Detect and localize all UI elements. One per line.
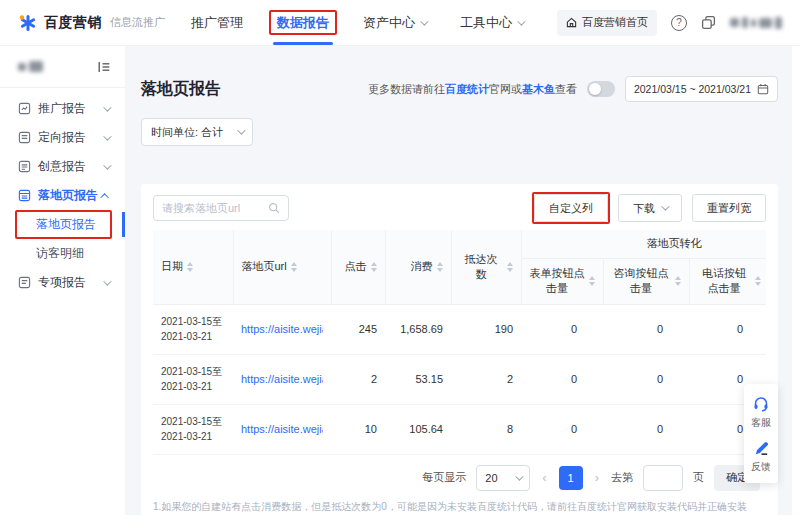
home-icon	[566, 17, 577, 28]
sort-icon[interactable]	[507, 262, 513, 272]
sidebar-subitem-landing-page-report[interactable]: 落地页报告	[0, 210, 125, 239]
copy-icon[interactable]	[701, 15, 716, 30]
page-title: 落地页报告	[141, 79, 221, 100]
goto-page-label: 去第	[611, 470, 633, 485]
table-row: 2021-03-15至2021-03-21 https://aisite.wej…	[153, 304, 766, 354]
chevron-down-icon	[517, 17, 525, 25]
table-row: 2021-03-15至2021-03-21 https://aisite.wej…	[153, 354, 766, 404]
column-header-url[interactable]: 落地页url	[233, 230, 331, 304]
custom-columns-button[interactable]: 自定义列	[534, 194, 608, 222]
top-nav: 推广管理 数据报告 资产中心 工具中心	[191, 0, 523, 45]
column-header-phone-clicks[interactable]: 电话按钮点击量	[689, 258, 766, 304]
column-header-form-clicks[interactable]: 表单按钮点击量	[521, 258, 603, 304]
floating-helper-widget: 客服 反馈	[744, 384, 778, 483]
chevron-up-icon	[100, 193, 108, 201]
sort-icon[interactable]	[437, 262, 443, 272]
nav-label: 数据报告	[277, 14, 329, 32]
download-button[interactable]: 下载	[618, 194, 682, 222]
sidebar-item-label: 专项报告	[38, 274, 86, 291]
per-page-label: 每页显示	[422, 470, 466, 485]
search-input[interactable]	[162, 202, 262, 214]
brand-name: 百度营销	[44, 14, 102, 32]
sidebar-item-promotion-report[interactable]: 推广报告	[0, 94, 125, 123]
note-text: 更多数据请前往	[368, 83, 445, 95]
baidu-marketing-app: 百度营销 信息流推广 推广管理 数据报告 资产中心 工具中心	[0, 0, 800, 528]
chevron-down-icon	[103, 161, 111, 169]
sidebar-item-creative-report[interactable]: 创意报告	[0, 152, 125, 181]
cell-url: https://aisite.wejianzhan.c...	[233, 304, 331, 354]
feedback-pen-icon	[753, 440, 770, 457]
sidebar-subitem-visitor-details[interactable]: 访客明细	[0, 239, 125, 268]
next-page-button[interactable]: ›	[593, 470, 601, 485]
cell-arrivals: 190	[451, 304, 521, 354]
data-table-container: 日期 落地页url 点击 消费	[153, 230, 766, 455]
cell-cost: 53.15	[385, 354, 451, 404]
marketing-home-button[interactable]: 百度营销首页	[557, 10, 657, 36]
data-source-toggle[interactable]	[587, 81, 615, 97]
baidu-statistics-link[interactable]: 百度统计	[445, 83, 489, 95]
chevron-down-icon	[103, 132, 111, 140]
cell-date: 2021-03-15至2021-03-21	[153, 354, 233, 404]
sidebar-item-label: 落地页报告	[38, 187, 98, 204]
per-page-select[interactable]: 20	[476, 465, 530, 491]
per-page-value: 20	[485, 472, 497, 484]
current-page-button[interactable]: 1	[559, 466, 583, 490]
landing-page-url-link[interactable]: https://aisite.wejianzhan.c...	[241, 323, 323, 335]
sort-icon[interactable]	[755, 276, 761, 286]
nav-tool-center[interactable]: 工具中心	[460, 0, 523, 45]
nav-asset-center[interactable]: 资产中心	[363, 0, 426, 45]
sort-icon[interactable]	[291, 262, 297, 272]
column-header-consult-clicks[interactable]: 咨询按钮点击量	[603, 258, 689, 304]
reset-column-width-button[interactable]: 重置列宽	[692, 194, 766, 222]
date-range-picker[interactable]: 2021/03/15 ~ 2021/03/21	[625, 76, 778, 102]
user-account-masked[interactable]	[730, 17, 782, 29]
sidebar-item-targeting-report[interactable]: 定向报告	[0, 123, 125, 152]
search-icon[interactable]	[268, 202, 280, 214]
sidebar-item-landing-page-report[interactable]: 落地页报告	[0, 181, 125, 210]
sort-icon[interactable]	[187, 262, 193, 272]
sidebar-menu: 推广报告 定向报告 创意报告 落地页报告	[0, 94, 125, 297]
sidebar-item-label: 定向报告	[38, 129, 86, 146]
sidebar: 推广报告 定向报告 创意报告 落地页报告	[0, 46, 125, 528]
help-icon[interactable]: ?	[671, 15, 687, 31]
nav-label: 推广管理	[191, 14, 243, 32]
column-header-date[interactable]: 日期	[153, 230, 233, 304]
column-header-arrivals[interactable]: 抵达次数	[451, 230, 521, 304]
goto-page-input[interactable]	[643, 465, 683, 491]
main-panel: 落地页报告 更多数据请前往百度统计官网或基木鱼查看 2021/03/15 ~ 2…	[125, 46, 792, 515]
sort-icon[interactable]	[371, 262, 377, 272]
search-input-wrap	[153, 195, 289, 221]
chevron-down-icon	[103, 103, 111, 111]
sidebar-account-row	[0, 46, 125, 88]
nav-promotion-management[interactable]: 推广管理	[191, 0, 243, 45]
column-group-conversion: 落地页转化	[521, 230, 766, 258]
customer-service-item[interactable]: 客服	[751, 392, 771, 433]
collapse-sidebar-icon[interactable]	[97, 60, 111, 74]
sidebar-item-special-report[interactable]: 专项报告	[0, 268, 125, 297]
cell-cost: 1,658.69	[385, 304, 451, 354]
account-name-masked	[18, 61, 43, 72]
report-icon	[18, 102, 31, 115]
brand-logo: 百度营销 信息流推广	[18, 13, 165, 33]
column-header-cost[interactable]: 消费	[385, 230, 451, 304]
prev-page-button[interactable]: ‹	[540, 470, 548, 485]
landing-page-url-link[interactable]: https://aisite.wejianzhan.c...	[241, 423, 323, 435]
chevron-down-icon	[103, 277, 111, 285]
toggle-knob	[589, 83, 601, 95]
cell-url: https://aisite.wejianzhan.c...	[233, 354, 331, 404]
column-header-clicks[interactable]: 点击	[331, 230, 385, 304]
landing-page-url-link[interactable]: https://aisite.wejianzhan.c...	[241, 373, 323, 385]
feedback-item[interactable]: 反馈	[751, 437, 771, 477]
cell-arrivals: 2	[451, 354, 521, 404]
report-icon	[18, 189, 31, 202]
time-unit-select[interactable]: 时间单位: 合计	[141, 118, 253, 146]
sort-icon[interactable]	[675, 276, 681, 286]
custom-columns-label: 自定义列	[549, 201, 593, 216]
calendar-icon	[757, 83, 769, 95]
sort-icon[interactable]	[589, 276, 595, 286]
active-tab-underline	[273, 42, 333, 45]
cell-clicks: 2	[331, 354, 385, 404]
cell-clicks: 245	[331, 304, 385, 354]
jimuyu-link[interactable]: 基木鱼	[522, 83, 555, 95]
nav-data-report[interactable]: 数据报告	[277, 0, 329, 45]
